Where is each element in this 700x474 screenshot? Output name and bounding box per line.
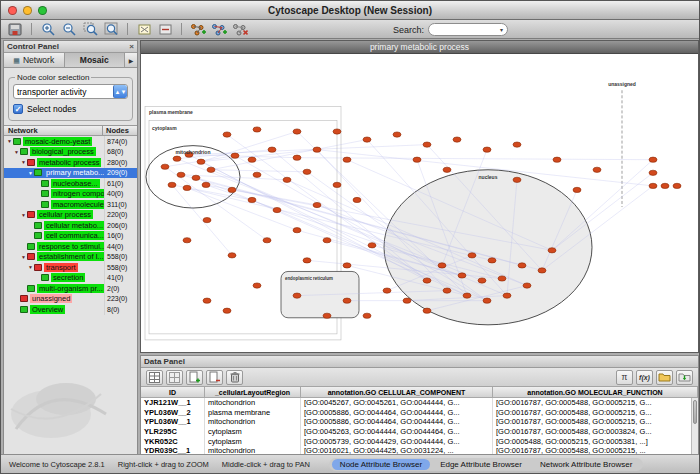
expand-arrow-icon[interactable]: ▼ xyxy=(20,254,27,260)
tree-item[interactable]: secretion41(0) xyxy=(4,273,137,284)
node-color-dropdown[interactable]: transporter activity ▲▼ xyxy=(13,84,128,99)
table-scrollbar[interactable] xyxy=(691,398,698,456)
tree-item[interactable]: ▼establishment of l...558(0) xyxy=(4,252,137,263)
tree-item[interactable]: ▼transport558(0) xyxy=(4,262,137,273)
column-header[interactable]: _cellularLayoutRegion xyxy=(205,387,301,397)
table-cell: YLR295C xyxy=(141,427,205,437)
tree-item[interactable]: macromolecule...311(0) xyxy=(4,199,137,210)
search-text-field[interactable] xyxy=(434,25,492,34)
toolbar-separator xyxy=(127,23,128,35)
traffic-lights xyxy=(8,6,47,15)
table-scrollbar-thumb[interactable] xyxy=(693,400,697,424)
unselect-attributes-icon[interactable] xyxy=(166,370,183,385)
folder-icon xyxy=(34,222,42,229)
network-window-title[interactable]: primary metabolic process xyxy=(141,41,698,54)
folder-icon[interactable] xyxy=(656,370,673,385)
select-nodes-label: Select nodes xyxy=(27,104,76,114)
tree-item[interactable]: multi-organism pr...2(0) xyxy=(4,283,137,294)
tree-item-label: establishment of l... xyxy=(37,252,104,261)
maximize-button[interactable] xyxy=(38,6,47,15)
table-cell: [GO:0045267, GO:0045261, GO:0044444, G..… xyxy=(301,398,493,408)
table-row[interactable]: YPL036W__1mitochondrion[GO:0005886, GO:0… xyxy=(141,417,698,427)
show-all-icon[interactable] xyxy=(134,21,154,37)
tree-item[interactable]: ▼biological_process68(0) xyxy=(4,147,137,158)
network-canvas[interactable]: plasma membranecytoplasmmitochondrionnuc… xyxy=(141,54,698,352)
tree-item-label: nitrogen compo... xyxy=(51,189,104,198)
expand-arrow-icon[interactable]: ▼ xyxy=(27,264,34,270)
zoom-hint: Right-click + drag to ZOOM xyxy=(118,460,209,469)
column-header[interactable]: annotation.GO CELLULAR_COMPONENT xyxy=(301,387,493,397)
table-row[interactable]: YJR121W__1mitochondrion[GO:0045267, GO:0… xyxy=(141,398,698,408)
tab-network[interactable]: ▦ Network xyxy=(4,53,65,67)
attribute-table: ID_cellularLayoutRegionannotation.GO CEL… xyxy=(141,387,698,456)
select-nodes-checkbox[interactable]: ✓ xyxy=(13,104,23,114)
table-row[interactable]: YPL036W__2plasma membrane[GO:0005886, GO… xyxy=(141,408,698,418)
expand-arrow-icon[interactable]: ▼ xyxy=(6,138,13,144)
create-attribute-icon[interactable] xyxy=(186,370,203,385)
tree-item[interactable]: Overview8(0) xyxy=(4,304,137,315)
column-header[interactable]: annotation.GO MOLECULAR_FUNCTION xyxy=(493,387,698,397)
tree-item[interactable]: ▼metabolic process280(0) xyxy=(4,157,137,168)
expand-arrow-icon[interactable]: ▼ xyxy=(27,170,34,176)
search-input[interactable]: ▾ xyxy=(428,23,508,36)
tree-item-label: transport xyxy=(44,263,78,272)
close-button[interactable] xyxy=(8,6,17,15)
zoom-selected-region-icon[interactable] xyxy=(80,21,100,37)
tab-mosaic[interactable]: Mosaic xyxy=(65,53,126,67)
column-header[interactable]: ID xyxy=(141,387,205,397)
destroy-network-icon[interactable] xyxy=(230,21,250,37)
table-row[interactable]: YLR295Ccytoplasm[GO:0045263, GO:0044444,… xyxy=(141,427,698,437)
tree-item[interactable]: cell communica...16(0) xyxy=(4,231,137,242)
zoom-fit-icon[interactable] xyxy=(101,21,121,37)
tree-item-label: Overview xyxy=(30,305,65,314)
window-titlebar[interactable]: Cytoscape Desktop (New Session) xyxy=(1,1,699,20)
svg-text:plasma membrane: plasma membrane xyxy=(149,109,193,115)
tree-item[interactable]: response to stimul...44(0) xyxy=(4,241,137,252)
toolbar-separator xyxy=(31,23,32,35)
expand-arrow-icon[interactable]: ▼ xyxy=(20,212,27,218)
tree-item[interactable]: nucleobase...61(0) xyxy=(4,178,137,189)
welcome-message: Welcome to Cytoscape 2.8.1 xyxy=(9,460,105,469)
search-dropdown-arrow-icon[interactable]: ▾ xyxy=(500,26,503,33)
table-cell: [GO:0005886, GO:0044464, GO:0044444, G..… xyxy=(301,417,493,427)
delete-attribute-icon[interactable] xyxy=(206,370,223,385)
tree-item-count: 558(0) xyxy=(104,252,137,263)
new-network-from-selected-edges-icon[interactable] xyxy=(209,21,229,37)
expand-arrow-icon[interactable]: ▼ xyxy=(20,159,27,165)
tree-item[interactable]: ▼mosaic-demo-yeast874(0) xyxy=(4,136,137,147)
select-attributes-icon[interactable] xyxy=(146,370,163,385)
folder-icon xyxy=(20,148,28,155)
table-cell: [GO:0005886, GO:0044464, GO:0044444, G..… xyxy=(301,408,493,418)
tab-node-attribute-browser[interactable]: Node Attribute Browser xyxy=(332,459,430,470)
panel-close-icon[interactable]: × xyxy=(129,43,134,51)
fx-icon[interactable]: f(x) xyxy=(636,370,653,385)
hide-selected-icon[interactable] xyxy=(155,21,175,37)
network-graph[interactable]: plasma membranecytoplasmmitochondrionnuc… xyxy=(141,54,698,352)
dropdown-arrow-icon[interactable]: ▲▼ xyxy=(113,85,127,98)
folder-icon xyxy=(20,295,28,302)
tab-network-attribute-browser[interactable]: Network Attribute Browser xyxy=(532,459,640,470)
tree-item[interactable]: ▼primary metabo...209(0) xyxy=(4,168,137,179)
network-tab-icon: ▦ xyxy=(13,57,20,64)
table-row[interactable]: YKR052Ccytoplasm[GO:0005739, GO:0044429,… xyxy=(141,436,698,446)
tab-edge-attribute-browser[interactable]: Edge Attribute Browser xyxy=(432,459,530,470)
pi-icon[interactable]: π xyxy=(616,370,633,385)
tree-item[interactable]: cellular metabo...206(0) xyxy=(4,220,137,231)
zoom-in-icon[interactable] xyxy=(38,21,58,37)
tab-overflow-arrow-icon[interactable]: ▶ xyxy=(125,53,137,67)
new-network-from-selected-nodes-icon[interactable] xyxy=(188,21,208,37)
tree-item-count: 206(0) xyxy=(104,220,137,231)
minimize-button[interactable] xyxy=(23,6,32,15)
search-label: Search: xyxy=(393,25,424,35)
import-attributes-icon[interactable] xyxy=(676,370,693,385)
trash-icon[interactable] xyxy=(226,370,243,385)
cytoscape-window: Cytoscape Desktop (New Session) xyxy=(0,0,700,474)
save-session-icon[interactable] xyxy=(5,21,25,37)
tree-item[interactable]: ▼cellular process220(0) xyxy=(4,210,137,221)
zoom-out-icon[interactable] xyxy=(59,21,79,37)
tree-item-count: 209(0) xyxy=(104,168,137,179)
tree-item[interactable]: unassigned223(0) xyxy=(4,294,137,305)
tree-item[interactable]: nitrogen compo...40(0) xyxy=(4,189,137,200)
control-panel-titlebar: Control Panel × xyxy=(4,41,137,53)
expand-arrow-icon[interactable]: ▼ xyxy=(13,149,20,155)
